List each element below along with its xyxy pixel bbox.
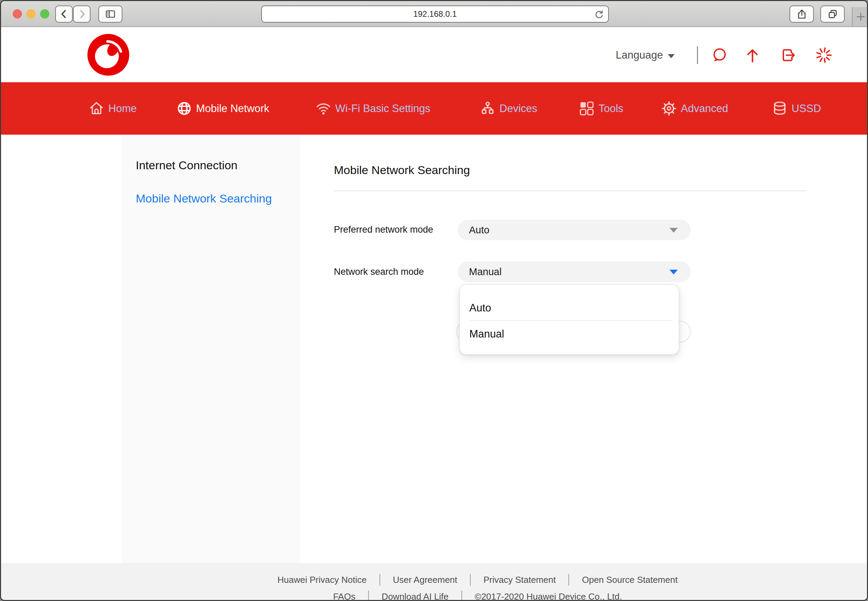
main-content: Mobile Network Searching Preferred netwo… [300, 135, 867, 563]
network-search-mode-select[interactable]: Manual [458, 261, 691, 282]
dropdown-option-auto[interactable]: Auto [469, 302, 491, 314]
footer-copyright: ©2017-2020 Huawei Device Co., Ltd. [475, 592, 622, 601]
title-divider [334, 191, 807, 191]
footer-links-row-2: FAQs Download AI Life ©2017-2020 Huawei … [88, 592, 867, 601]
footer-links-row-1: Huawei Privacy Notice User Agreement Pri… [88, 575, 867, 586]
sms-button[interactable] [711, 47, 727, 63]
nav-item-mobile-network[interactable]: Mobile Network [177, 82, 269, 135]
chevron-down-icon [668, 54, 675, 58]
preferred-network-mode-label: Preferred network mode [334, 224, 433, 235]
vodafone-logo [87, 34, 129, 76]
chevron-down-icon [669, 270, 678, 275]
reload-button[interactable] [594, 9, 605, 20]
nav-item-tools[interactable]: Tools [579, 82, 623, 135]
reload-icon [594, 9, 605, 20]
nav-item-advanced[interactable]: Advanced [661, 82, 728, 135]
address-bar[interactable]: 192.168.0.1 [261, 6, 609, 23]
footer-divider [470, 574, 471, 586]
database-icon [772, 101, 787, 116]
globe-icon [177, 101, 192, 116]
header-divider [697, 46, 698, 64]
nav-item-ussd[interactable]: USSD [772, 82, 821, 135]
nav-item-devices[interactable]: Devices [480, 82, 537, 135]
zoom-window-button[interactable] [40, 9, 49, 18]
browser-toolbar: 192.168.0.1 [1, 1, 867, 27]
dropdown-option-manual[interactable]: Manual [469, 328, 504, 340]
page-header: Language [1, 27, 867, 82]
footer-divider [462, 591, 462, 601]
sidebar-toggle-button[interactable] [98, 6, 122, 23]
arrow-up-icon [744, 47, 761, 63]
nav-item-label: Mobile Network [196, 102, 269, 115]
update-button[interactable] [744, 47, 761, 63]
nav-item-label: Tools [599, 102, 623, 115]
page-title: Mobile Network Searching [334, 163, 470, 177]
network-search-mode-label: Network search mode [334, 267, 424, 277]
network-search-mode-dropdown: Auto Manual [459, 284, 679, 355]
preferred-network-mode-value: Auto [469, 224, 489, 236]
plus-icon [855, 11, 866, 23]
chevron-down-icon [669, 228, 678, 233]
back-button[interactable] [55, 6, 73, 23]
language-selector[interactable]: Language [616, 47, 675, 63]
chevron-right-icon [77, 9, 87, 19]
footer-divider [368, 591, 369, 601]
logout-button[interactable] [780, 47, 796, 63]
wifi-icon [316, 101, 331, 116]
nav-item-home[interactable]: Home [89, 82, 137, 135]
nav-item-wifi-basic-settings[interactable]: Wi-Fi Basic Settings [316, 82, 430, 135]
tabs-icon [827, 9, 838, 20]
sidebar-panel-icon [105, 9, 116, 20]
chat-bubble-icon [711, 47, 727, 63]
tools-icon [579, 101, 594, 116]
new-tab-button[interactable] [852, 7, 868, 26]
nav-item-label: Advanced [681, 102, 728, 115]
share-icon [796, 9, 807, 20]
footer-link-user-agreement[interactable]: User Agreement [393, 575, 457, 585]
sidebar-section-internet-connection[interactable]: Internet Connection [136, 159, 238, 172]
footer-link-open-source-statement[interactable]: Open Source Statement [582, 575, 678, 585]
footer-divider [568, 574, 569, 586]
devices-icon [480, 101, 495, 116]
network-search-mode-value: Manual [469, 266, 501, 278]
footer-divider [379, 574, 380, 586]
nav-item-label: Devices [500, 102, 537, 115]
language-label: Language [616, 49, 663, 61]
loading-spinner-icon [816, 47, 832, 63]
page-footer: Huawei Privacy Notice User Agreement Pri… [1, 563, 867, 601]
close-window-button[interactable] [13, 9, 22, 18]
url-text: 192.168.0.1 [413, 9, 457, 19]
nav-item-label: Home [108, 102, 137, 115]
share-button[interactable] [790, 6, 814, 23]
footer-link-faqs[interactable]: FAQs [333, 592, 356, 601]
preferred-network-mode-select[interactable]: Auto [458, 220, 691, 240]
footer-link-privacy-statement[interactable]: Privacy Statement [483, 575, 556, 585]
browser-window: 192.168.0.1 Language [0, 0, 868, 601]
home-icon [89, 101, 104, 116]
forward-button[interactable] [73, 6, 90, 23]
footer-link-download-ai-life[interactable]: Download AI Life [382, 592, 448, 601]
settings-sidebar: Internet Connection Mobile Network Searc… [122, 135, 300, 563]
nav-item-label: Wi-Fi Basic Settings [335, 102, 430, 115]
dropdown-option-divider [469, 320, 672, 321]
main-nav: Home Mobile Network Wi-Fi Basic Settings… [1, 82, 867, 135]
minimize-window-button[interactable] [26, 9, 36, 18]
chevron-left-icon [59, 9, 69, 19]
sidebar-item-mobile-network-searching[interactable]: Mobile Network Searching [136, 192, 272, 205]
tab-overview-button[interactable] [821, 6, 845, 23]
gear-icon [661, 101, 677, 116]
footer-link-huawei-privacy-notice[interactable]: Huawei Privacy Notice [277, 575, 367, 585]
logout-icon [780, 47, 796, 63]
nav-item-label: USSD [792, 102, 821, 115]
